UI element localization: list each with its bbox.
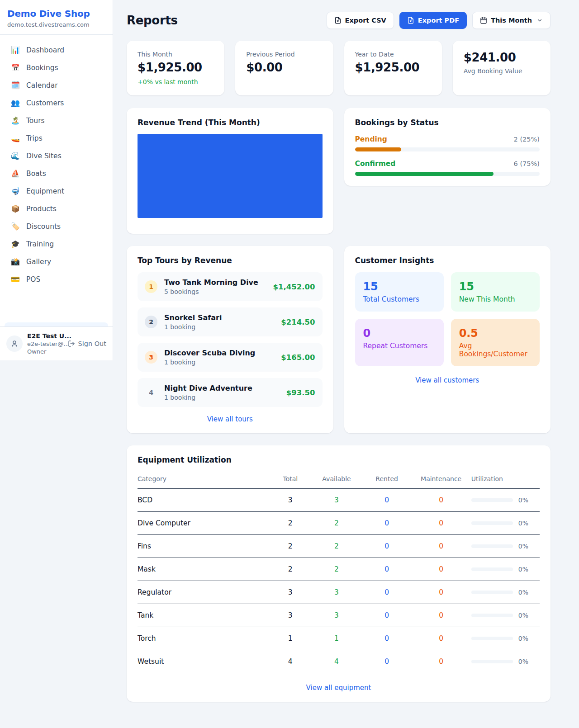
rank-badge: 3 bbox=[145, 351, 157, 364]
equipment-rented: 0 bbox=[363, 627, 411, 650]
sidebar-item-discounts[interactable]: 🏷️ Discounts bbox=[5, 217, 108, 235]
equipment-maintenance: 0 bbox=[411, 650, 471, 673]
stat-change: +0% vs last month bbox=[138, 78, 214, 85]
equipment-total: 2 bbox=[270, 535, 310, 558]
sidebar-item-label: Equipment bbox=[26, 187, 64, 195]
header-actions: Export CSV Export PDF This Month bbox=[327, 12, 551, 29]
rank-badge: 4 bbox=[145, 386, 157, 399]
utilization-cell: 0% bbox=[471, 658, 540, 665]
table-row: Regulator 3 3 0 0 0% bbox=[138, 581, 540, 604]
equipment-rented: 0 bbox=[363, 558, 411, 581]
sidebar-item-dashboard[interactable]: 📊 Dashboard bbox=[5, 41, 108, 59]
status-label: Confirmed bbox=[355, 160, 396, 168]
period-dropdown[interactable]: This Month bbox=[472, 12, 551, 29]
customer-insights-title: Customer Insights bbox=[355, 256, 540, 265]
stat-label: Year to Date bbox=[355, 51, 431, 58]
equipment-rented: 0 bbox=[363, 489, 411, 512]
sidebar-item-label: Dive Sites bbox=[26, 152, 62, 160]
table-row: BCD 3 3 0 0 0% bbox=[138, 489, 540, 512]
tour-row[interactable]: 3 Discover Scuba Diving 1 booking $165.0… bbox=[138, 343, 323, 372]
view-all-customers-link[interactable]: View all customers bbox=[355, 376, 540, 384]
user-name: E2E Test U... bbox=[27, 332, 63, 340]
equipment-available: 1 bbox=[310, 627, 363, 650]
tour-row[interactable]: 2 Snorkel Safari 1 booking $214.50 bbox=[138, 307, 323, 336]
equipment-available: 2 bbox=[310, 558, 363, 581]
tour-row[interactable]: 4 Night Dive Adventure 1 booking $93.50 bbox=[138, 378, 323, 407]
equipment-category: Dive Computer bbox=[138, 512, 270, 535]
user-info: E2E Test U... e2e-tester@... Owner bbox=[27, 332, 63, 355]
stats-row: This Month $1,925.00 +0% vs last month P… bbox=[127, 41, 551, 95]
insight-label: New This Month bbox=[459, 295, 532, 303]
equipment-rented: 0 bbox=[363, 535, 411, 558]
revenue-trend-card: Revenue Trend (This Month) bbox=[127, 108, 333, 234]
insight-value: 0.5 bbox=[459, 327, 532, 340]
insight-tile-avg-bookings: 0.5 Avg Bookings/Customer bbox=[451, 319, 540, 366]
equipment-category: Wetsuit bbox=[138, 650, 270, 673]
equipment-available: 3 bbox=[310, 489, 363, 512]
insight-value: 15 bbox=[363, 280, 436, 293]
bookings-icon: 📅 bbox=[11, 63, 20, 72]
stat-label: This Month bbox=[138, 51, 214, 58]
period-label: This Month bbox=[491, 17, 532, 24]
insight-tile-total-customers: 15 Total Customers bbox=[355, 272, 444, 312]
equipment-maintenance: 0 bbox=[411, 604, 471, 627]
equipment-maintenance: 0 bbox=[411, 581, 471, 604]
sidebar-item-customers[interactable]: 👥 Customers bbox=[5, 94, 108, 112]
equipment-rented: 0 bbox=[363, 604, 411, 627]
view-all-equipment-link[interactable]: View all equipment bbox=[138, 684, 540, 692]
status-value: 2 (25%) bbox=[514, 136, 540, 143]
equipment-available: 3 bbox=[310, 581, 363, 604]
tour-row[interactable]: 1 Two Tank Morning Dive 5 bookings $1,45… bbox=[138, 272, 323, 301]
utilization-cell: 0% bbox=[471, 635, 540, 642]
sidebar-item-pos[interactable]: 💳 POS bbox=[5, 270, 108, 288]
utilization-text: 0% bbox=[518, 589, 528, 596]
page-title: Reports bbox=[127, 14, 178, 27]
utilization-text: 0% bbox=[518, 543, 528, 550]
sidebar-item-gallery[interactable]: 📸 Gallery bbox=[5, 253, 108, 270]
sidebar-item-label: Discounts bbox=[26, 222, 61, 231]
equipment-category: Regulator bbox=[138, 581, 270, 604]
sidebar-item-products[interactable]: 📦 Products bbox=[5, 200, 108, 217]
sidebar-item-equipment[interactable]: 🤿 Equipment bbox=[5, 182, 108, 200]
sidebar-item-label: Trips bbox=[26, 134, 43, 142]
sidebar-item-label: Training bbox=[26, 240, 54, 248]
status-value: 6 (75%) bbox=[514, 160, 540, 167]
tour-bookings: 1 booking bbox=[164, 359, 274, 366]
table-row: Tank 3 3 0 0 0% bbox=[138, 604, 540, 627]
equipment-table: Category Total Available Rented Maintena… bbox=[138, 473, 540, 673]
insight-grid: 15 Total Customers 15 New This Month 0 R… bbox=[355, 272, 540, 366]
sidebar-item-reports-partial[interactable] bbox=[5, 322, 108, 326]
utilization-cell: 0% bbox=[471, 566, 540, 573]
sidebar-item-label: Calendar bbox=[26, 81, 58, 90]
equipment-rented: 0 bbox=[363, 512, 411, 535]
insight-tile-new-this-month: 15 New This Month bbox=[451, 272, 540, 312]
insight-label: Avg Bookings/Customer bbox=[459, 342, 532, 358]
customers-icon: 👥 bbox=[11, 99, 20, 107]
progress-track bbox=[355, 147, 540, 151]
sidebar-item-calendar[interactable]: 🗓️ Calendar bbox=[5, 76, 108, 94]
sidebar-item-dive-sites[interactable]: 🌊 Dive Sites bbox=[5, 147, 108, 165]
sidebar-item-training[interactable]: 🎓 Training bbox=[5, 235, 108, 253]
column-header-total: Total bbox=[270, 473, 310, 489]
person-icon bbox=[10, 340, 19, 348]
table-row: Fins 2 2 0 0 0% bbox=[138, 535, 540, 558]
sidebar-item-trips[interactable]: 🚤 Trips bbox=[5, 129, 108, 147]
column-header-utilization: Utilization bbox=[471, 473, 540, 489]
products-icon: 📦 bbox=[11, 204, 20, 213]
sidebar-item-boats[interactable]: ⛵ Boats bbox=[5, 165, 108, 182]
equipment-total: 1 bbox=[270, 627, 310, 650]
equipment-category: Torch bbox=[138, 627, 270, 650]
export-pdf-button[interactable]: Export PDF bbox=[399, 12, 467, 29]
stat-card-previous-period: Previous Period $0.00 bbox=[235, 41, 333, 95]
utilization-cell: 0% bbox=[471, 589, 540, 596]
sidebar-item-tours[interactable]: 🏝️ Tours bbox=[5, 112, 108, 129]
sidebar-item-bookings[interactable]: 📅 Bookings bbox=[5, 59, 108, 76]
equipment-category: BCD bbox=[138, 489, 270, 512]
view-all-tours-link[interactable]: View all tours bbox=[138, 415, 323, 423]
export-csv-button[interactable]: Export CSV bbox=[327, 12, 394, 29]
progress-fill bbox=[355, 147, 401, 151]
tour-list: 1 Two Tank Morning Dive 5 bookings $1,45… bbox=[138, 272, 323, 407]
sign-out-button[interactable]: Sign Out bbox=[68, 340, 106, 347]
sidebar-item-label: Gallery bbox=[26, 258, 51, 266]
avatar bbox=[6, 336, 23, 352]
